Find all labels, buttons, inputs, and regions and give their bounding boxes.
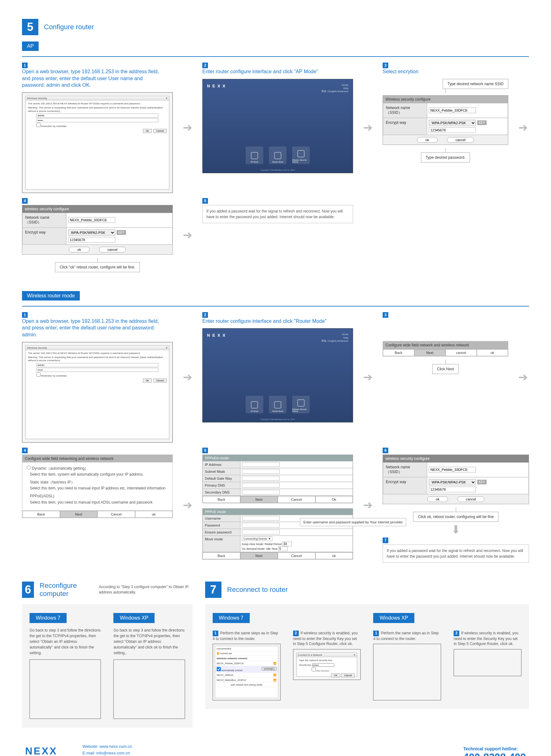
mask-input[interactable]: [242, 469, 280, 474]
cancel-button[interactable]: cancel: [447, 137, 474, 143]
remember-checkbox[interactable]: [36, 372, 40, 376]
net-item-2[interactable]: NEXX_380010 📶: [215, 673, 278, 678]
cancel-button[interactable]: cancel: [457, 496, 484, 502]
cancel-button[interactable]: cancel: [446, 349, 477, 356]
ip-input[interactable]: [242, 462, 280, 467]
encrypt-select[interactable]: WPA-PSK/WPA2-PSK: [429, 479, 476, 485]
gw-input[interactable]: [242, 476, 280, 481]
ssid-input[interactable]: [68, 217, 115, 223]
hide-chars-checkbox[interactable]: [312, 667, 316, 672]
back-button[interactable]: Back: [22, 511, 60, 518]
winxp-desc: Go back to step 3 and follow the directi…: [113, 627, 185, 656]
cancel-button[interactable]: cancel: [99, 247, 126, 252]
pass-input[interactable]: [242, 523, 280, 527]
key-input[interactable]: [68, 237, 115, 243]
step-num-1: 1: [22, 62, 28, 68]
back-button[interactable]: Back: [383, 349, 414, 356]
keep-alive-input[interactable]: [283, 542, 292, 546]
hotline-number: 400-8308-400: [463, 751, 526, 756]
back-button[interactable]: Back: [202, 496, 240, 503]
ap-step2: 2 Enter router configure interface and c…: [202, 62, 353, 193]
next-button[interactable]: Next: [240, 496, 278, 503]
ok-button[interactable]: Ok: [316, 496, 353, 503]
pdns-input[interactable]: [242, 483, 280, 488]
ok-button[interactable]: ok: [477, 349, 508, 356]
router-mode-icon[interactable]: Router Mode: [269, 396, 287, 413]
arrow-right-icon: ➔: [517, 121, 529, 134]
key-label: KEY: [116, 230, 126, 235]
key-input[interactable]: [429, 487, 476, 492]
arrow-right-icon: ➔: [181, 121, 193, 134]
winxp-tab: Windows XP: [113, 613, 154, 623]
panel-title: wireless security configure: [383, 455, 529, 462]
ap-mode-icon[interactable]: AP Mode: [246, 396, 263, 413]
auto-connect: automatically connect: [221, 669, 242, 672]
chevron-down-icon[interactable]: ▼: [268, 537, 271, 540]
wireless-security-icon[interactable]: Wireless Security Setting: [292, 147, 310, 164]
ok-button[interactable]: ok: [135, 511, 173, 518]
section-5-number: 5: [22, 19, 38, 35]
wireless-security-icon[interactable]: Wireless Security Setting: [292, 396, 310, 413]
username-input[interactable]: [36, 363, 159, 367]
radio-dynamic[interactable]: [27, 466, 31, 470]
ok-button[interactable]: ok: [316, 552, 353, 559]
ssid-input[interactable]: [429, 467, 476, 473]
cancel-button[interactable]: Cancel: [153, 129, 167, 133]
auto-checkbox[interactable]: [217, 667, 221, 671]
next-button[interactable]: Next: [60, 511, 98, 518]
ok-button[interactable]: OK: [331, 673, 341, 678]
ok-button[interactable]: Ok: [143, 129, 152, 133]
epass-input[interactable]: [242, 530, 280, 534]
connect-button[interactable]: connect(C): [262, 667, 276, 671]
net-item-3[interactable]: NEXX_MatchBox_433F10 📶: [215, 678, 278, 683]
sdns-input[interactable]: [242, 490, 280, 494]
back-button[interactable]: Back: [202, 552, 240, 559]
ok-button[interactable]: ok: [417, 137, 438, 143]
password-input[interactable]: [36, 118, 159, 122]
winxp-tab: Windows XP: [373, 613, 414, 623]
cancel-button[interactable]: Cancel: [97, 511, 135, 518]
next-button[interactable]: Next: [414, 349, 446, 356]
sec-key-input[interactable]: [312, 663, 334, 667]
arrow-right-icon: ➔: [181, 370, 193, 384]
callout-step6: Click ok, reboot router, configuring wil…: [413, 512, 498, 522]
router-mode-icon[interactable]: Router Mode: [269, 147, 287, 164]
ap-mode-label: AP Mode: [251, 161, 258, 163]
remember-checkbox[interactable]: [36, 123, 40, 127]
wireless-sec-label: Wireless Security Setting: [292, 408, 310, 412]
encrypt-select[interactable]: WPA-PSK/WPA2-PSK: [429, 120, 476, 126]
cancel-button[interactable]: Cancel: [278, 552, 316, 559]
close-icon[interactable]: ✕: [165, 346, 168, 349]
ap-step3: 3 Select encrytion Type desired network …: [383, 62, 508, 193]
signal-icon: 📶: [217, 652, 219, 655]
key-input[interactable]: [429, 127, 476, 133]
hide-chars-label: Hide characters: [316, 670, 329, 672]
close-icon[interactable]: ✕: [354, 654, 356, 656]
epass-label: Ensure password: [202, 529, 240, 536]
encrypt-label: Encrypt way: [22, 228, 66, 245]
wireless-security-panel-2: wireless security configure Network name…: [22, 205, 173, 255]
encrypt-select[interactable]: WPA-PSK/WPA2-PSK: [68, 230, 115, 236]
cancel-button[interactable]: Cancel: [341, 673, 355, 678]
password-input[interactable]: [36, 368, 159, 372]
ap-mode-icon[interactable]: AP Mode: [246, 147, 263, 164]
sdns-label: Secondary DNS: [202, 489, 240, 496]
net-item-1[interactable]: NEXX_Pebble_33DFCE 📶: [215, 661, 278, 666]
close-icon[interactable]: ✕: [165, 97, 168, 100]
ok-button[interactable]: ok: [69, 247, 89, 252]
ap-row-2: 4 wireless security configure Network na…: [22, 198, 529, 272]
username-input[interactable]: [36, 113, 159, 117]
cancel-button[interactable]: Cancel: [278, 496, 316, 503]
router-mode-label: Router Mode: [272, 410, 284, 412]
ok-button[interactable]: Ok: [143, 379, 152, 383]
user-input[interactable]: [242, 516, 280, 521]
hotline-label: Technical support hotline:: [463, 746, 526, 751]
ok-button[interactable]: ok: [427, 496, 448, 502]
on-demand-input[interactable]: [278, 546, 288, 551]
open-sharing-center[interactable]: open network and sharing center: [215, 683, 278, 687]
footer: NEXX NEXX WIRELESS CO., LTD Website: www…: [22, 743, 529, 756]
cancel-button[interactable]: Cancel: [153, 379, 167, 383]
next-button[interactable]: Next: [240, 552, 278, 559]
step-num-2: 2: [202, 312, 208, 318]
ssid-input[interactable]: [429, 107, 476, 113]
